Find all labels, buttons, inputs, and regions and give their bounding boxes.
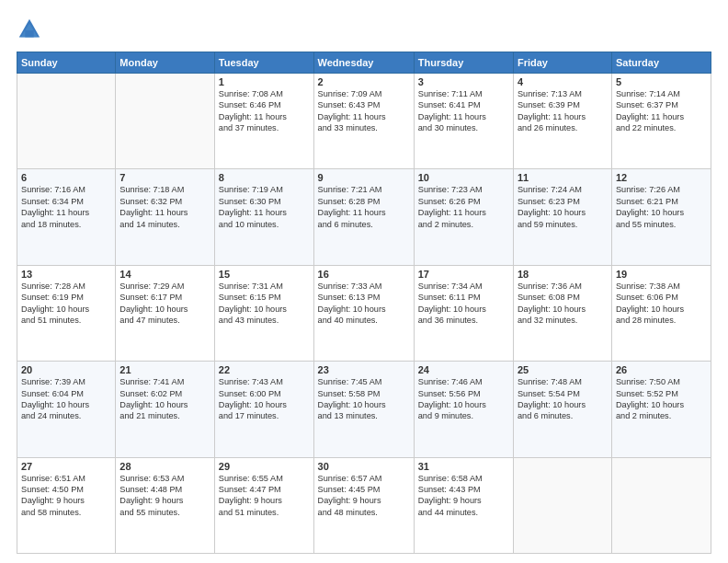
- day-number: 10: [418, 172, 509, 183]
- day-number: 20: [21, 364, 111, 375]
- day-info: Sunrise: 6:55 AM Sunset: 4:47 PM Dayligh…: [219, 473, 310, 519]
- calendar-cell: 14Sunrise: 7:29 AM Sunset: 6:17 PM Dayli…: [116, 265, 215, 361]
- calendar-cell: [17, 74, 116, 169]
- day-info: Sunrise: 7:43 AM Sunset: 6:00 PM Dayligh…: [219, 376, 310, 422]
- calendar-cell: 31Sunrise: 6:58 AM Sunset: 4:43 PM Dayli…: [414, 457, 513, 553]
- day-info: Sunrise: 7:09 AM Sunset: 6:43 PM Dayligh…: [318, 88, 410, 134]
- day-info: Sunrise: 7:31 AM Sunset: 6:15 PM Dayligh…: [219, 281, 310, 327]
- day-info: Sunrise: 7:38 AM Sunset: 6:06 PM Dayligh…: [616, 281, 707, 327]
- weekday-header-thursday: Thursday: [414, 52, 513, 74]
- day-number: 12: [616, 172, 707, 183]
- day-info: Sunrise: 7:16 AM Sunset: 6:34 PM Dayligh…: [21, 184, 111, 230]
- day-number: 11: [518, 172, 608, 183]
- calendar-cell: 20Sunrise: 7:39 AM Sunset: 6:04 PM Dayli…: [17, 362, 116, 457]
- day-info: Sunrise: 7:29 AM Sunset: 6:17 PM Dayligh…: [119, 281, 210, 327]
- calendar-cell: 7Sunrise: 7:18 AM Sunset: 6:32 PM Daylig…: [116, 169, 215, 265]
- day-number: 31: [418, 461, 509, 472]
- day-info: Sunrise: 7:13 AM Sunset: 6:39 PM Dayligh…: [518, 88, 608, 134]
- week-row-4: 20Sunrise: 7:39 AM Sunset: 6:04 PM Dayli…: [17, 362, 711, 457]
- week-row-3: 13Sunrise: 7:28 AM Sunset: 6:19 PM Dayli…: [17, 265, 711, 361]
- day-number: 16: [318, 269, 410, 280]
- day-number: 19: [616, 269, 707, 280]
- calendar-cell: 29Sunrise: 6:55 AM Sunset: 4:47 PM Dayli…: [214, 457, 313, 553]
- calendar-cell: 12Sunrise: 7:26 AM Sunset: 6:21 PM Dayli…: [611, 169, 711, 265]
- day-number: 26: [616, 364, 707, 375]
- day-info: Sunrise: 7:33 AM Sunset: 6:13 PM Dayligh…: [318, 281, 410, 327]
- day-info: Sunrise: 7:36 AM Sunset: 6:08 PM Dayligh…: [518, 281, 608, 327]
- header: [17, 17, 711, 42]
- logo-icon: [17, 17, 42, 42]
- calendar-cell: 4Sunrise: 7:13 AM Sunset: 6:39 PM Daylig…: [513, 74, 611, 169]
- weekday-header-saturday: Saturday: [611, 52, 711, 74]
- day-number: 4: [518, 76, 608, 87]
- calendar-cell: 22Sunrise: 7:43 AM Sunset: 6:00 PM Dayli…: [214, 362, 313, 457]
- day-number: 24: [418, 364, 509, 375]
- day-number: 14: [119, 269, 210, 280]
- day-info: Sunrise: 7:19 AM Sunset: 6:30 PM Dayligh…: [219, 184, 310, 230]
- day-info: Sunrise: 7:18 AM Sunset: 6:32 PM Dayligh…: [119, 184, 210, 230]
- day-info: Sunrise: 6:53 AM Sunset: 4:48 PM Dayligh…: [119, 473, 210, 519]
- day-info: Sunrise: 7:11 AM Sunset: 6:41 PM Dayligh…: [418, 88, 509, 134]
- day-info: Sunrise: 7:41 AM Sunset: 6:02 PM Dayligh…: [119, 376, 210, 422]
- calendar-cell: 18Sunrise: 7:36 AM Sunset: 6:08 PM Dayli…: [513, 265, 611, 361]
- calendar-cell: 10Sunrise: 7:23 AM Sunset: 6:26 PM Dayli…: [414, 169, 513, 265]
- day-number: 8: [219, 172, 310, 183]
- weekday-header-monday: Monday: [116, 52, 215, 74]
- day-info: Sunrise: 7:45 AM Sunset: 5:58 PM Dayligh…: [318, 376, 410, 422]
- weekday-header-wednesday: Wednesday: [313, 52, 414, 74]
- svg-rect-2: [25, 30, 33, 37]
- calendar-cell: 15Sunrise: 7:31 AM Sunset: 6:15 PM Dayli…: [214, 265, 313, 361]
- day-number: 6: [21, 172, 111, 183]
- day-number: 22: [219, 364, 310, 375]
- calendar-cell: 28Sunrise: 6:53 AM Sunset: 4:48 PM Dayli…: [116, 457, 215, 553]
- day-number: 25: [518, 364, 608, 375]
- day-number: 3: [418, 76, 509, 87]
- day-number: 18: [518, 269, 608, 280]
- calendar-cell: 11Sunrise: 7:24 AM Sunset: 6:23 PM Dayli…: [513, 169, 611, 265]
- day-number: 5: [616, 76, 707, 87]
- calendar-cell: 26Sunrise: 7:50 AM Sunset: 5:52 PM Dayli…: [611, 362, 711, 457]
- weekday-header-friday: Friday: [513, 52, 611, 74]
- day-info: Sunrise: 7:08 AM Sunset: 6:46 PM Dayligh…: [219, 88, 310, 134]
- day-number: 28: [119, 461, 210, 472]
- page: SundayMondayTuesdayWednesdayThursdayFrid…: [0, 0, 728, 563]
- day-info: Sunrise: 7:14 AM Sunset: 6:37 PM Dayligh…: [616, 88, 707, 134]
- calendar-cell: [116, 74, 215, 169]
- day-number: 2: [318, 76, 410, 87]
- calendar-table: SundayMondayTuesdayWednesdayThursdayFrid…: [17, 52, 711, 554]
- weekday-header-tuesday: Tuesday: [214, 52, 313, 74]
- calendar-cell: 2Sunrise: 7:09 AM Sunset: 6:43 PM Daylig…: [313, 74, 414, 169]
- day-number: 17: [418, 269, 509, 280]
- day-info: Sunrise: 6:57 AM Sunset: 4:45 PM Dayligh…: [318, 473, 410, 519]
- day-info: Sunrise: 7:21 AM Sunset: 6:28 PM Dayligh…: [318, 184, 410, 230]
- calendar-cell: 19Sunrise: 7:38 AM Sunset: 6:06 PM Dayli…: [611, 265, 711, 361]
- calendar-cell: 24Sunrise: 7:46 AM Sunset: 5:56 PM Dayli…: [414, 362, 513, 457]
- calendar-cell: 16Sunrise: 7:33 AM Sunset: 6:13 PM Dayli…: [313, 265, 414, 361]
- calendar-cell: 5Sunrise: 7:14 AM Sunset: 6:37 PM Daylig…: [611, 74, 711, 169]
- day-info: Sunrise: 7:48 AM Sunset: 5:54 PM Dayligh…: [518, 376, 608, 422]
- week-row-5: 27Sunrise: 6:51 AM Sunset: 4:50 PM Dayli…: [17, 457, 711, 553]
- calendar-cell: 8Sunrise: 7:19 AM Sunset: 6:30 PM Daylig…: [214, 169, 313, 265]
- day-info: Sunrise: 7:26 AM Sunset: 6:21 PM Dayligh…: [616, 184, 707, 230]
- week-row-1: 1Sunrise: 7:08 AM Sunset: 6:46 PM Daylig…: [17, 74, 711, 169]
- weekday-header-sunday: Sunday: [17, 52, 116, 74]
- calendar-cell: 1Sunrise: 7:08 AM Sunset: 6:46 PM Daylig…: [214, 74, 313, 169]
- day-info: Sunrise: 7:34 AM Sunset: 6:11 PM Dayligh…: [418, 281, 509, 327]
- day-info: Sunrise: 7:39 AM Sunset: 6:04 PM Dayligh…: [21, 376, 111, 422]
- day-number: 30: [318, 461, 410, 472]
- calendar-cell: 30Sunrise: 6:57 AM Sunset: 4:45 PM Dayli…: [313, 457, 414, 553]
- week-row-2: 6Sunrise: 7:16 AM Sunset: 6:34 PM Daylig…: [17, 169, 711, 265]
- day-number: 21: [119, 364, 210, 375]
- calendar-cell: 13Sunrise: 7:28 AM Sunset: 6:19 PM Dayli…: [17, 265, 116, 361]
- calendar-cell: 27Sunrise: 6:51 AM Sunset: 4:50 PM Dayli…: [17, 457, 116, 553]
- day-number: 7: [119, 172, 210, 183]
- day-number: 9: [318, 172, 410, 183]
- calendar-cell: 25Sunrise: 7:48 AM Sunset: 5:54 PM Dayli…: [513, 362, 611, 457]
- day-number: 23: [318, 364, 410, 375]
- weekday-header-row: SundayMondayTuesdayWednesdayThursdayFrid…: [17, 52, 711, 74]
- day-info: Sunrise: 7:50 AM Sunset: 5:52 PM Dayligh…: [616, 376, 707, 422]
- day-number: 29: [219, 461, 310, 472]
- day-number: 1: [219, 76, 310, 87]
- calendar-cell: 9Sunrise: 7:21 AM Sunset: 6:28 PM Daylig…: [313, 169, 414, 265]
- calendar-cell: [513, 457, 611, 553]
